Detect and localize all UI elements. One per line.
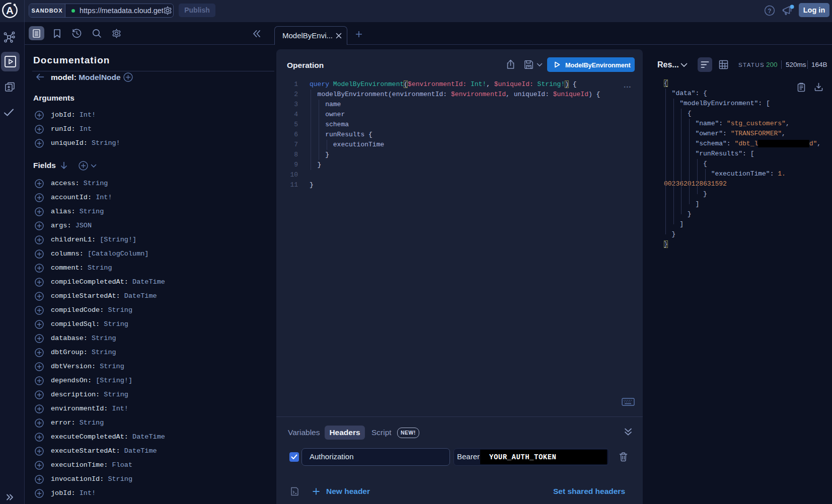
svg-text:?: ?: [768, 8, 771, 15]
svg-text:A: A: [6, 5, 14, 16]
